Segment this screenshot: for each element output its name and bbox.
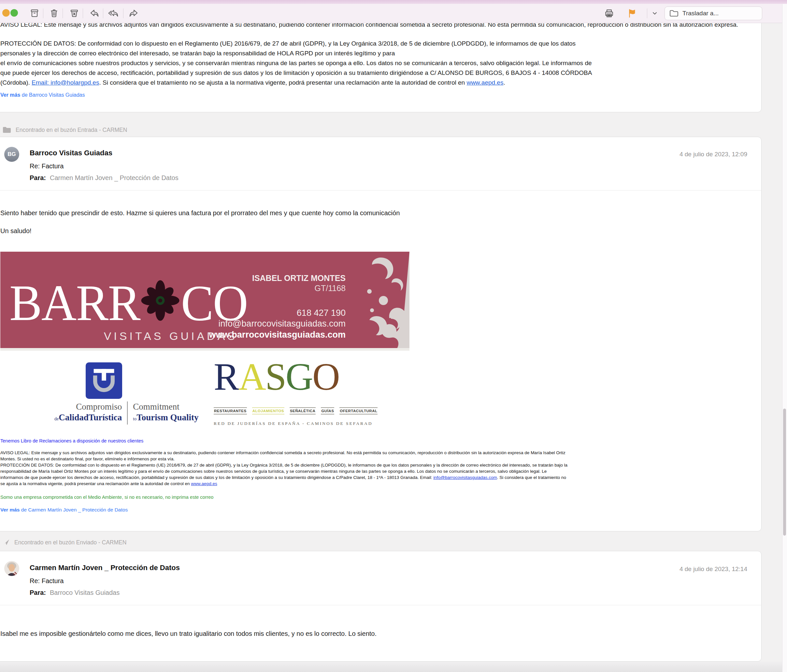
recipient-row: Para:Carmen Martín Joven _ Protección de… xyxy=(30,174,179,182)
logo-text-left: BARR xyxy=(9,277,140,328)
rasgo-letter: R xyxy=(214,358,239,396)
legal-line: (Córdoba). Email: info@holargpd.es. Si c… xyxy=(0,78,505,88)
legal-text: . Si considera que el tratamiento no se … xyxy=(99,79,466,86)
fine-print-text: se ajusta a la normativa vigente, podrá … xyxy=(0,481,191,486)
mailbox-section-label-inbox: Encontrado en el buzón Entrada - CARMEN xyxy=(3,125,127,135)
email-link[interactable]: info@barrocovisitasguiadas.com xyxy=(433,475,497,480)
message-body-line: Siento haber tenido que prescindir de es… xyxy=(0,209,400,217)
traffic-light-zoom[interactable] xyxy=(10,9,18,17)
reclamaciones-link[interactable]: Tenemos Libro de Reclamaciones a disposi… xyxy=(0,438,143,443)
rasgo-categories: RESTAURANTES ALOJAMIENTOS SEÑALÉTICA GUÍ… xyxy=(214,407,378,415)
fine-print-line: responsabilidad de María Isabel Ortiz Mo… xyxy=(0,468,547,474)
banner-bottom-strip xyxy=(0,348,409,351)
banner-web: www.barrocovisitasguiadas.com xyxy=(209,329,346,341)
flag-button[interactable] xyxy=(626,8,638,19)
message-date: 4 de julio de 2023, 12:14 xyxy=(680,566,747,573)
commitment-label: Commitment xyxy=(133,401,198,412)
calidad-turistica-text: Compromiso deCalidadTurística Commitment… xyxy=(49,401,204,424)
environment-notice: Somo una empresa comprometida con el Med… xyxy=(0,495,213,500)
print-button[interactable] xyxy=(603,8,615,19)
avatar: BG xyxy=(4,147,19,162)
banner-email: info@barrocovisitasguiadas.com xyxy=(209,319,346,329)
recipient-row: Para:Barroco Visitas Guiadas xyxy=(30,589,120,596)
to-value: Barroco Visitas Guiadas xyxy=(50,589,120,596)
fine-print-line: PROTECCIÓN DE DATOS: De conformidad con … xyxy=(0,462,567,468)
reply-button[interactable] xyxy=(88,8,100,19)
avatar xyxy=(4,561,19,576)
compromiso-label: Compromiso xyxy=(54,401,122,412)
calidad-turistica-logo xyxy=(86,362,122,400)
trash-button[interactable] xyxy=(48,8,60,19)
tourism-quality-label: Tourism Quality xyxy=(136,413,198,422)
sender-name: Barroco Visitas Guiadas xyxy=(30,149,112,157)
banner-contact-block: ISABEL ORTIZ MONTES GT/1168 618 427 190 … xyxy=(209,273,346,341)
rasgo-letter: S xyxy=(265,358,286,396)
to-label: Para: xyxy=(30,589,46,596)
archive-button[interactable] xyxy=(28,8,40,19)
aepd-link[interactable]: www.aepd.es xyxy=(466,79,503,86)
section-label-text: Encontrado en el buzón Enviado - CARMEN xyxy=(14,539,126,546)
to-label: Para: xyxy=(30,174,46,181)
subject-line: Re: Factura xyxy=(30,162,63,170)
traffic-light-minimize[interactable] xyxy=(2,9,10,17)
ver-mas-link[interactable]: Ver más de Barroco Visitas Guiadas xyxy=(0,92,85,98)
fine-print-text: . Si considera que el tratamiento no xyxy=(497,475,566,480)
rasgo-category: OFERTACULTURAL xyxy=(340,407,378,415)
ver-mas-rest[interactable]: de Carmen Martín Joven _ Protección de D… xyxy=(19,507,128,513)
header-divider xyxy=(0,190,761,191)
move-to-button[interactable]: Trasladar a... xyxy=(665,6,762,20)
scrollbar-thumb[interactable] xyxy=(783,409,786,536)
move-to-label: Trasladar a... xyxy=(683,10,719,17)
toolbar-separator xyxy=(123,8,123,18)
rasgo-letter: G xyxy=(286,358,312,396)
forward-button[interactable] xyxy=(128,8,139,19)
section-label-text: Encontrado en el buzón Entrada - CARMEN xyxy=(16,127,127,134)
fine-print-line: Montes. Si usted no es el destinatario f… xyxy=(0,456,175,462)
rasgo-category: ALOJAMIENTOS xyxy=(252,407,284,415)
rasgo-category: RESTAURANTES xyxy=(214,407,247,415)
banner-name: ISABEL ORTIZ MONTES xyxy=(209,273,346,283)
prefix-to: to xyxy=(133,416,136,421)
logo-subtitle: VISITAS GUIADAS xyxy=(9,330,237,342)
barroco-banner-image: BARR xyxy=(0,252,409,349)
ver-mas-link[interactable]: Ver más de Carmen Martín Joven _ Protecc… xyxy=(0,507,128,513)
fine-print-line: se ajusta a la normativa vigente, podrá … xyxy=(0,481,217,487)
rasgo-category: GUÍAS xyxy=(321,407,334,415)
folder-icon xyxy=(669,10,678,17)
message-body-line: Un saludo! xyxy=(0,227,32,235)
subject-line: Re: Factura xyxy=(30,577,63,585)
avatar-initials: BG xyxy=(8,151,16,158)
sender-name: Carmen Martín Joven _ Protección de Dato… xyxy=(30,563,180,572)
rasgo-letter: O xyxy=(312,358,339,396)
fine-print-line: informamos de que puede ejercer los dere… xyxy=(0,474,566,481)
toolbar-separator xyxy=(83,8,83,18)
legal-line: PROTECCIÓN DE DATOS: De conformidad con … xyxy=(0,39,575,49)
toolbar-separator xyxy=(43,8,43,18)
flag-chevron-button[interactable] xyxy=(650,8,659,19)
mail-toolbar: Trasladar a... xyxy=(0,4,787,23)
window-bottom-edge xyxy=(0,662,787,672)
rasgo-letter: A xyxy=(239,358,265,396)
aepd-link[interactable]: www.aepd.es xyxy=(191,481,217,486)
message-body-line: Isabel me es imposible gestionártelo com… xyxy=(0,630,376,637)
header-divider xyxy=(0,605,761,605)
to-value: Carmen Martín Joven _ Protección de Dato… xyxy=(50,174,179,181)
rosette-icon xyxy=(141,278,180,324)
email-link[interactable]: Email: info@holargpd.es xyxy=(32,79,99,86)
toolbar-separator xyxy=(63,8,63,18)
rasgo-logo: R A S G O xyxy=(214,358,339,396)
message-card-carmen: Carmen Martín Joven _ Protección de Dato… xyxy=(0,551,762,662)
scrollbar-track[interactable] xyxy=(782,4,787,672)
folder-icon xyxy=(3,127,11,133)
prefix-de: de xyxy=(54,416,58,421)
fine-print-line: AVISO LEGAL: Este mensaje y sus archivos… xyxy=(0,450,566,456)
fine-print-text: informamos de que puede ejercer los dere… xyxy=(0,475,433,480)
junk-button[interactable] xyxy=(68,8,80,19)
mail-window: AVISO LEGAL: Este mensaje y sus archivos… xyxy=(0,0,787,672)
ver-mas-rest[interactable]: de Barroco Visitas Guiadas xyxy=(20,92,85,98)
ver-mas-bold[interactable]: Ver más xyxy=(0,507,19,513)
rasgo-category: SEÑALÉTICA xyxy=(289,407,316,415)
ver-mas-bold[interactable]: Ver más xyxy=(0,92,20,98)
message-date: 4 de julio de 2023, 12:09 xyxy=(680,151,747,158)
reply-all-button[interactable] xyxy=(107,8,119,19)
